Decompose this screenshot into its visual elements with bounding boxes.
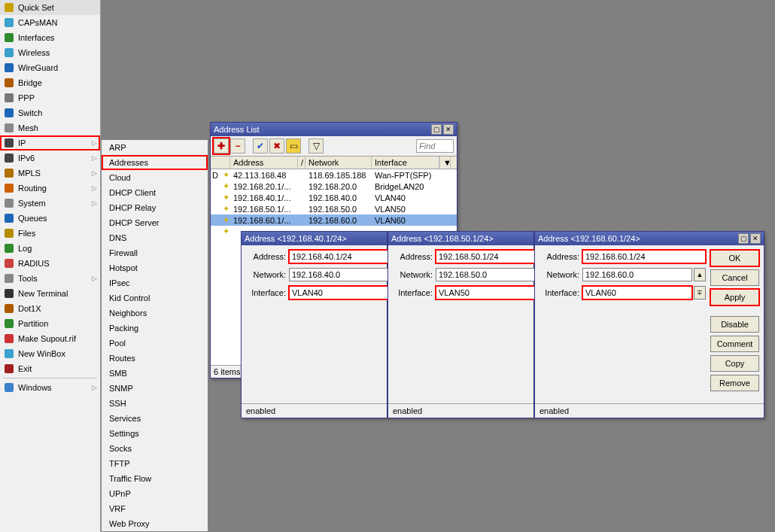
sidebar-item-system[interactable]: System▷ — [0, 196, 100, 211]
sidebar-item-capsman[interactable]: CAPsMAN — [0, 15, 100, 30]
cancel-button[interactable]: Cancel — [710, 269, 759, 286]
interface-input[interactable] — [582, 286, 692, 299]
remove-button[interactable]: Remove — [710, 375, 759, 391]
submenu-item-dhcp-server[interactable]: DHCP Server — [102, 215, 208, 230]
interface-input[interactable] — [436, 286, 546, 299]
minimize-button[interactable]: ▢ — [431, 124, 442, 135]
ok-button[interactable]: OK — [710, 250, 759, 266]
minimize-button[interactable]: ▢ — [738, 233, 749, 244]
remove-button[interactable]: − — [230, 138, 245, 154]
sidebar-item-ppp[interactable]: PPP — [0, 90, 100, 105]
sidebar-item-label: Quick Set — [18, 3, 54, 12]
submenu-item-firewall[interactable]: Firewall — [102, 245, 208, 260]
sidebar-item-routing[interactable]: Routing▷ — [0, 181, 100, 196]
submenu-item-cloud[interactable]: Cloud — [102, 170, 208, 185]
sidebar-item-log[interactable]: Log — [0, 241, 100, 256]
sidebar-item-make-supout-rif[interactable]: Make Supout.rif — [0, 331, 100, 346]
menu-icon — [3, 2, 15, 14]
address-label: Address: — [539, 252, 579, 261]
sidebar-item-radius[interactable]: RADIUS — [0, 256, 100, 271]
submenu-item-socks[interactable]: Socks — [102, 441, 208, 456]
sidebar-item-new-winbox[interactable]: New WinBox — [0, 346, 100, 361]
disable-button[interactable]: Disable — [710, 316, 759, 333]
dropdown-icon[interactable]: ∓ — [694, 286, 706, 299]
submenu-item-routes[interactable]: Routes — [102, 351, 208, 366]
submenu-item-settings[interactable]: Settings — [102, 426, 208, 441]
sidebar-item-tools[interactable]: Tools▷ — [0, 271, 100, 286]
submenu-item-addresses[interactable]: Addresses — [102, 155, 208, 170]
submenu-item-services[interactable]: Services — [102, 411, 208, 426]
submenu-item-dhcp-client[interactable]: DHCP Client — [102, 185, 208, 200]
sidebar-item-wireguard[interactable]: WireGuard — [0, 60, 100, 75]
copy-button[interactable]: Copy — [710, 355, 759, 372]
address-row[interactable]: ✦192.168.40.1/...192.168.40.0VLAN40 — [211, 192, 457, 203]
col-address[interactable]: Address — [230, 157, 298, 169]
address-input[interactable] — [582, 250, 706, 263]
address-list-titlebar[interactable]: Address List ▢ ✕ — [211, 123, 457, 136]
sidebar-item-interfaces[interactable]: Interfaces — [0, 30, 100, 45]
submenu-item-dhcp-relay[interactable]: DHCP Relay — [102, 200, 208, 215]
submenu-item-web-proxy[interactable]: Web Proxy — [102, 516, 208, 531]
col-network[interactable]: Network — [305, 157, 372, 169]
grid-header[interactable]: Address / Network Interface ▼ — [211, 157, 457, 169]
submenu-item-snmp[interactable]: SNMP — [102, 381, 208, 396]
col-dropdown[interactable]: ▼ — [439, 157, 451, 169]
network-input[interactable] — [289, 268, 399, 281]
enable-button[interactable]: ✔ — [253, 138, 268, 154]
sidebar-item-wireless[interactable]: Wireless — [0, 45, 100, 60]
submenu-item-vrf[interactable]: VRF — [102, 501, 208, 516]
address-win-titlebar[interactable]: Address <192.168.50.1/24> — [388, 232, 533, 245]
step-up-icon[interactable]: ▲ — [694, 268, 706, 281]
address-row[interactable]: ✦192.168.60.1/...192.168.60.0VLAN60 — [211, 214, 457, 226]
col-interface[interactable]: Interface — [372, 157, 439, 169]
address-row[interactable]: ✦192.168.50.1/...192.168.50.0VLAN50 — [211, 203, 457, 214]
comment-button[interactable]: Comment — [710, 336, 759, 352]
sidebar-item-new-terminal[interactable]: New Terminal — [0, 286, 100, 301]
address-win-titlebar[interactable]: Address <192.168.60.1/24>▢✕ — [535, 232, 764, 245]
sidebar-item-ip[interactable]: IP▷ — [0, 135, 100, 150]
interface-input[interactable] — [289, 286, 399, 299]
filter-button[interactable]: ▽ — [308, 138, 324, 154]
menu-icon — [3, 197, 15, 209]
submenu-item-kid-control[interactable]: Kid Control — [102, 290, 208, 306]
sidebar-item-queues[interactable]: Queues — [0, 211, 100, 226]
sidebar-item-label: Interfaces — [18, 33, 54, 42]
sidebar-item-bridge[interactable]: Bridge — [0, 75, 100, 90]
address-row[interactable]: ✦192.168.20.1/...192.168.20.0BridgeLAN20 — [211, 181, 457, 192]
apply-button[interactable]: Apply — [710, 289, 759, 306]
submenu-item-hotspot[interactable]: Hotspot — [102, 260, 208, 275]
submenu-item-ipsec[interactable]: IPsec — [102, 275, 208, 290]
sidebar-item-files[interactable]: Files — [0, 226, 100, 241]
sidebar-item-partition[interactable]: Partition — [0, 316, 100, 331]
submenu-item-packing[interactable]: Packing — [102, 321, 208, 336]
submenu-item-smb[interactable]: SMB — [102, 366, 208, 381]
menu-icon — [3, 32, 15, 44]
sidebar-item-ipv6[interactable]: IPv6▷ — [0, 150, 100, 166]
sidebar-item-mesh[interactable]: Mesh — [0, 120, 100, 135]
submenu-item-arp[interactable]: ARP — [102, 140, 208, 155]
address-win-titlebar[interactable]: Address <192.168.40.1/24> — [242, 232, 387, 245]
add-button[interactable]: ✚ — [214, 138, 229, 154]
sidebar-item-exit[interactable]: Exit — [0, 361, 100, 376]
network-input[interactable] — [436, 268, 546, 281]
address-list-toolbar: ✚ − ✔ ✖ ▭ ▽ — [211, 136, 457, 156]
submenu-item-ssh[interactable]: SSH — [102, 396, 208, 411]
sidebar-item-quick-set[interactable]: Quick Set — [0, 0, 100, 15]
submenu-item-pool[interactable]: Pool — [102, 336, 208, 351]
submenu-item-dns[interactable]: DNS — [102, 230, 208, 245]
close-button[interactable]: ✕ — [443, 124, 454, 135]
network-input[interactable] — [582, 268, 692, 281]
address-row[interactable]: D✦42.113.168.48118.69.185.188Wan-FPT(SFP… — [211, 169, 457, 181]
sidebar-item-mpls[interactable]: MPLS▷ — [0, 166, 100, 181]
submenu-item-upnp[interactable]: UPnP — [102, 486, 208, 501]
find-input[interactable] — [416, 139, 454, 153]
submenu-item-traffic-flow[interactable]: Traffic Flow — [102, 471, 208, 486]
sidebar-item-dot1x[interactable]: Dot1X — [0, 301, 100, 316]
comment-button[interactable]: ▭ — [286, 138, 301, 154]
sidebar-item-windows[interactable]: Windows▷ — [0, 380, 100, 395]
disable-button[interactable]: ✖ — [269, 138, 284, 154]
submenu-item-neighbors[interactable]: Neighbors — [102, 306, 208, 321]
submenu-item-tftp[interactable]: TFTP — [102, 456, 208, 471]
close-button[interactable]: ✕ — [750, 233, 761, 244]
sidebar-item-switch[interactable]: Switch — [0, 105, 100, 120]
